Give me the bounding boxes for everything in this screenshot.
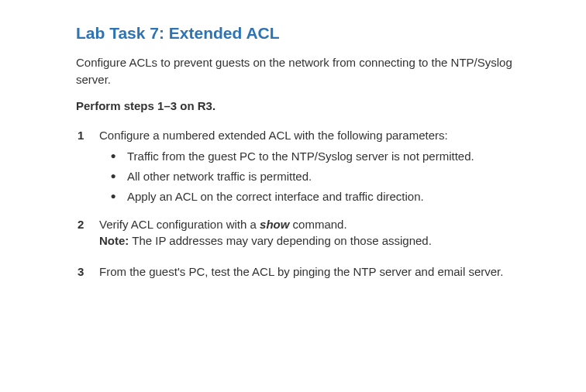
step-body: From the guest's PC, test the ACL by pin… xyxy=(99,263,539,280)
lab-title: Lab Task 7: Extended ACL xyxy=(76,22,539,45)
step-text-after: command. xyxy=(289,218,346,231)
intro-text: Configure ACLs to prevent guests on the … xyxy=(76,54,539,88)
note-text: The IP addresses may vary depending on t… xyxy=(129,234,432,247)
step-number: 3 xyxy=(76,263,99,280)
step-text-before: Verify ACL configuration with a xyxy=(99,218,260,231)
bullet-list: ● Traffic from the guest PC to the NTP/S… xyxy=(99,148,539,205)
instruction-text: Perform steps 1–3 on R3. xyxy=(76,98,539,115)
step-3: 3 From the guest's PC, test the ACL by p… xyxy=(76,263,539,280)
note-line: Note: The IP addresses may vary dependin… xyxy=(99,232,539,249)
command-text: show xyxy=(260,218,289,231)
bullet-icon: ● xyxy=(99,148,127,165)
step-2: 2 Verify ACL configuration with a show c… xyxy=(76,216,539,250)
bullet-text: All other network traffic is permitted. xyxy=(127,168,539,185)
bullet-text: Apply an ACL on the correct interface an… xyxy=(127,188,539,205)
step-body: Configure a numbered extended ACL with t… xyxy=(99,127,539,208)
step-text: From the guest's PC, test the ACL by pin… xyxy=(99,265,503,278)
step-number: 2 xyxy=(76,216,99,233)
step-1: 1 Configure a numbered extended ACL with… xyxy=(76,127,539,208)
step-body: Verify ACL configuration with a show com… xyxy=(99,216,539,250)
bullet-text: Traffic from the guest PC to the NTP/Sys… xyxy=(127,148,539,165)
bullet-item: ● Apply an ACL on the correct interface … xyxy=(99,188,539,205)
step-number: 1 xyxy=(76,127,99,144)
bullet-icon: ● xyxy=(99,168,127,185)
note-label: Note: xyxy=(99,234,129,247)
step-text: Configure a numbered extended ACL with t… xyxy=(99,129,448,142)
bullet-item: ● All other network traffic is permitted… xyxy=(99,168,539,185)
bullet-icon: ● xyxy=(99,188,127,205)
bullet-item: ● Traffic from the guest PC to the NTP/S… xyxy=(99,148,539,165)
